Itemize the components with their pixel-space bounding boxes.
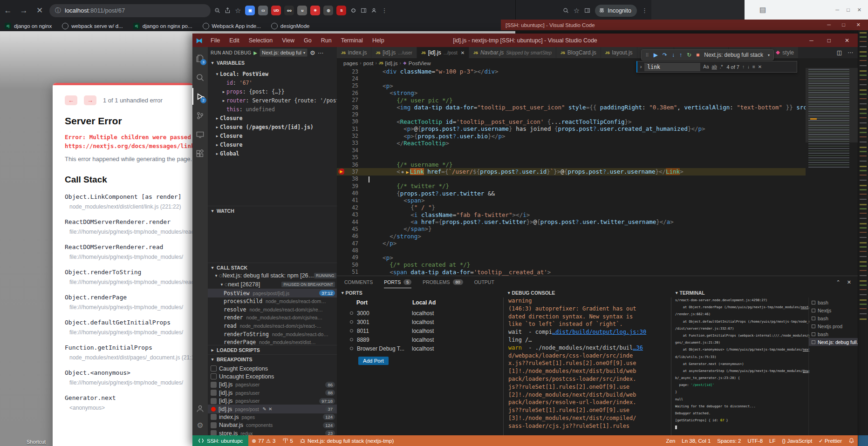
panel-tab-output[interactable]: OUTPUT (474, 276, 494, 288)
breadcrumb-item[interactable]: pages (343, 61, 358, 66)
menu-edit[interactable]: Edit (225, 37, 244, 44)
code-line[interactable]: 42 {" / "} (337, 204, 806, 211)
site-info-icon[interactable]: ⓘ (55, 7, 61, 15)
code-line[interactable]: 25 <p> (337, 82, 806, 89)
bookmark-star-icon[interactable]: ☆ (574, 7, 580, 15)
breakpoint-row[interactable]: Uncaught Exceptions (208, 372, 337, 381)
stack-frame-row[interactable]: PostViewpages/post/[id].js37:12 (208, 289, 337, 297)
code-line[interactable]: 37 <●▶Link href={`/user/${props.post?.us… (337, 168, 806, 175)
port-row[interactable]: 3001localhost (337, 318, 503, 326)
restart-icon[interactable]: ↻ (687, 52, 691, 58)
menu-terminal[interactable]: Terminal (337, 37, 367, 44)
settings-gear-icon[interactable]: ⚙ (192, 417, 208, 433)
callstack-section-header[interactable]: ▾CALL STACK (208, 263, 337, 272)
minimap[interactable] (806, 68, 858, 276)
terminal-session-item[interactable]: bash (809, 314, 858, 322)
match-case-icon[interactable]: Aa (703, 64, 709, 69)
code-line[interactable]: 38 (337, 176, 806, 182)
run-and-debug-icon[interactable]: 2 (192, 88, 208, 105)
sidebar-more-icon[interactable]: ⋯ (318, 49, 324, 56)
tab-indexjs[interactable]: JSindex.js (337, 47, 371, 58)
source-control-icon[interactable] (192, 107, 208, 124)
port-row[interactable]: 8889localhost (337, 335, 503, 344)
share-icon[interactable] (225, 7, 231, 14)
variable-row[interactable]: ▸Closure (208, 131, 337, 140)
zoom-icon[interactable] (214, 7, 220, 14)
editor-more-icon[interactable]: ⋯ (847, 49, 853, 56)
close-icon[interactable]: ✕ (845, 37, 849, 44)
remote-indicator[interactable]: SSH: ubuntupc (192, 435, 248, 446)
bookmark-star-icon[interactable]: ☆ (235, 7, 241, 15)
stack-frame-row[interactable]: readnode_modules/react-dom/cjs/react-… (208, 321, 337, 330)
checkbox-checked[interactable] (211, 422, 217, 428)
breakpoint-row[interactable]: [id].jspages/user97:18 (208, 397, 337, 405)
port-row[interactable]: Browser Debug T...localhost (337, 344, 503, 353)
stack-frame-row[interactable]: resolvenode_modules/react-dom/cjs/re… (208, 305, 337, 314)
drag-handle-icon[interactable]: ⠿ (645, 53, 649, 58)
breakpoint-row[interactable]: [id].jspages/post✎✕37 (208, 405, 337, 413)
menu-selection[interactable]: Selection (245, 37, 277, 44)
checkbox-unchecked[interactable] (211, 365, 217, 372)
breakpoint-row[interactable]: store.jsredux23 (208, 429, 337, 435)
panel-tab-comments[interactable]: COMMENTS (344, 276, 373, 288)
code-line[interactable]: 34 (337, 147, 806, 154)
split-editor-icon[interactable]: ◫ (837, 49, 842, 56)
extension-icon[interactable]: oo (284, 6, 294, 15)
code-line[interactable]: 47 </p> (337, 240, 806, 247)
code-line[interactable]: 32 <p>{props.post?.user.bio}</p> (337, 132, 806, 139)
menu-file[interactable]: File (206, 37, 224, 44)
code-line[interactable]: 51 <span data-tip data-for='tooltip__cre… (337, 269, 806, 276)
bookmark-item[interactable]: djdjango on nginx (5, 23, 52, 29)
code-line[interactable]: 50 {/* post created at */} (337, 261, 806, 268)
stack-frame-row[interactable]: renderToStringnode_modules/react-do… (208, 330, 337, 338)
tab-blogcardjs[interactable]: JSBlogCard.js (556, 47, 601, 58)
status-item-zen[interactable]: Zen (663, 435, 679, 446)
terminal-session-item[interactable]: Nextjs prod (809, 322, 858, 330)
port-row[interactable]: 3000localhost (337, 309, 503, 318)
breakpoint-row[interactable]: Navbar.jscomponents124 (208, 421, 337, 430)
terminal-output[interactable]: s/react-dom-server.node.development.js:4… (675, 298, 809, 435)
status-item-lf[interactable]: LF (766, 435, 779, 446)
breakpoint-row[interactable]: Caught Exceptions (208, 364, 337, 373)
variable-row[interactable]: ▾Local: PostView (208, 69, 337, 78)
variable-row[interactable]: id: '67' (208, 78, 337, 87)
extension-icon[interactable]: u (297, 6, 307, 15)
remote-explorer-icon[interactable] (192, 126, 208, 143)
find-expand-icon[interactable]: › (640, 64, 642, 69)
checkbox-checked[interactable] (211, 398, 217, 404)
terminal-session-item[interactable]: Next.js: debug full… (809, 338, 858, 346)
status-item-javascript[interactable]: {} JavaScript (779, 435, 816, 446)
status-item-utf8[interactable]: UTF-8 (745, 435, 766, 446)
code-line[interactable]: 46 </strong> (337, 233, 806, 240)
extension-icon[interactable]: ▣ (245, 6, 255, 15)
find-prev-icon[interactable]: ↑ (742, 64, 745, 69)
checkbox-checked[interactable] (211, 390, 217, 396)
debug-console-header[interactable]: ▾DEBUG CONSOLE (508, 288, 555, 297)
extensions-icon[interactable] (192, 145, 208, 162)
profile-icon[interactable] (371, 7, 377, 14)
minimize-icon[interactable]: ─ (827, 22, 831, 28)
variable-row[interactable]: ▸Closure (208, 140, 337, 149)
debug-session-picker[interactable]: Next.js: debug full stack (704, 52, 763, 58)
tab-layoutjs[interactable]: JSlayout.js (601, 47, 637, 58)
menu-run[interactable]: Run (317, 37, 336, 44)
code-line[interactable]: 41 <span> (337, 197, 806, 204)
extension-icon[interactable]: ▭ (258, 6, 268, 15)
variable-row[interactable]: ▸Closure (/pages/post/[id].js) (208, 122, 337, 131)
code-line[interactable]: 36 {/* username */} (337, 161, 806, 168)
status-item-spaces2[interactable]: Spaces: 2 (714, 435, 744, 446)
tab-idjs[interactable]: JS[id].js.../user (371, 47, 417, 58)
maximize-icon[interactable]: □ (842, 22, 845, 28)
code-line[interactable]: 35 (337, 154, 806, 161)
variable-row[interactable]: ▸Global (208, 149, 337, 158)
prev-error-button[interactable]: ← (65, 95, 77, 105)
breakpoint-row[interactable]: [id].jspages/user88 (208, 388, 337, 397)
code-line[interactable]: 31 <p>@{props.post?.user.username} has j… (337, 125, 806, 132)
extension-icon[interactable]: ◎ (323, 6, 333, 15)
find-close-icon[interactable]: ✕ (758, 64, 762, 69)
code-line[interactable]: 40 {props.post?.user.twitter && (337, 189, 806, 196)
checkbox-unchecked[interactable] (211, 373, 217, 379)
continue-icon[interactable]: ▶ (654, 52, 658, 58)
search-icon[interactable] (192, 69, 208, 86)
breakpoint-row[interactable]: [id].jspages/user86 (208, 380, 337, 389)
